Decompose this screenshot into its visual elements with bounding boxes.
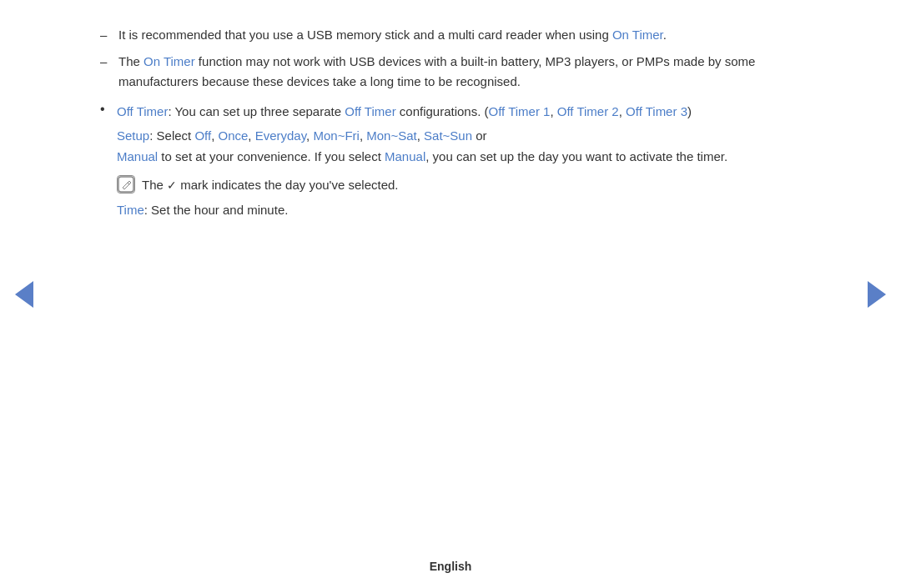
note-text-before: The [142, 178, 167, 192]
dash-item-1: It is recommended that you use a USB mem… [100, 25, 801, 45]
everyday-word: Everyday [255, 128, 306, 143]
off-timer-3-link: Off Timer 3 [626, 104, 687, 118]
comma-mon-sat: , [417, 128, 424, 143]
sat-sun-word: Sat~Sun [424, 128, 472, 143]
bullet-item-off-timer: Off Timer: You can set up three separate… [100, 102, 801, 221]
note-icon-svg [118, 176, 134, 193]
manual-word-1: Manual [117, 149, 158, 163]
setup-text3: , you can set up the day you want to act… [425, 149, 727, 163]
nav-arrow-left[interactable] [15, 281, 33, 308]
off-timer-1-link: Off Timer 1 [489, 104, 551, 118]
off-timer-heading-text: : You can set up three separate [168, 104, 345, 118]
comma-1: , [550, 104, 556, 118]
setup-label: Setup [117, 128, 149, 143]
off-timer-section: Off Timer: You can set up three separate… [117, 102, 801, 221]
off-timer-2-link: Off Timer 2 [557, 104, 619, 118]
off-word: Off [194, 128, 211, 143]
dash-item-1-text-after: . [663, 28, 667, 42]
note-text: The ✓ mark indicates the day you've sele… [142, 175, 399, 195]
nav-arrow-right[interactable] [868, 281, 886, 308]
once-word: Once [218, 128, 248, 143]
mon-sat-word: Mon~Sat [366, 128, 416, 143]
dash-item-2-text-before: The [118, 54, 143, 68]
time-line: Time: Set the hour and minute. [117, 200, 801, 221]
setup-colon: : Select [149, 128, 194, 143]
note-icon [117, 175, 135, 193]
comma-once: , [248, 128, 254, 143]
dash-item-2: The On Timer function may not work with … [100, 52, 801, 92]
footer: English [0, 560, 901, 588]
off-timer-heading-link: Off Timer [117, 104, 168, 118]
dash-list: It is recommended that you use a USB mem… [100, 25, 801, 92]
dash-item-1-text-before: It is recommended that you use a USB mem… [118, 28, 612, 42]
on-timer-link-2: On Timer [143, 54, 195, 68]
footer-text: English [430, 560, 472, 573]
note-text-after: mark indicates the day you've selected. [177, 178, 399, 192]
off-timer-heading-text2: configurations. ( [396, 104, 489, 118]
content-area: It is recommended that you use a USB mem… [0, 0, 901, 560]
setup-line: Setup: Select Off, Once, Everyday, Mon~F… [117, 126, 801, 168]
page-container: It is recommended that you use a USB mem… [0, 0, 901, 588]
setup-text2: to set at your convenience. If you selec… [158, 149, 385, 163]
comma-2: , [619, 104, 626, 118]
time-text: : Set the hour and minute. [144, 203, 289, 217]
or-text: or [472, 128, 487, 143]
dash-item-2-text-after: function may not work with USB devices w… [118, 54, 755, 88]
manual-word-2: Manual [385, 149, 425, 163]
checkmark-symbol: ✓ [167, 178, 177, 192]
close-paren: ) [687, 104, 692, 118]
on-timer-link-1: On Timer [612, 28, 663, 42]
time-label: Time [117, 203, 144, 217]
off-timer-link-inline: Off Timer [345, 104, 395, 118]
note-box: The ✓ mark indicates the day you've sele… [117, 175, 801, 195]
mon-fri-word: Mon~Fri [313, 128, 359, 143]
comma-mon-fri: , [360, 128, 366, 143]
bullet-list: Off Timer: You can set up three separate… [100, 102, 801, 221]
off-timer-heading-line: Off Timer: You can set up three separate… [117, 104, 692, 118]
